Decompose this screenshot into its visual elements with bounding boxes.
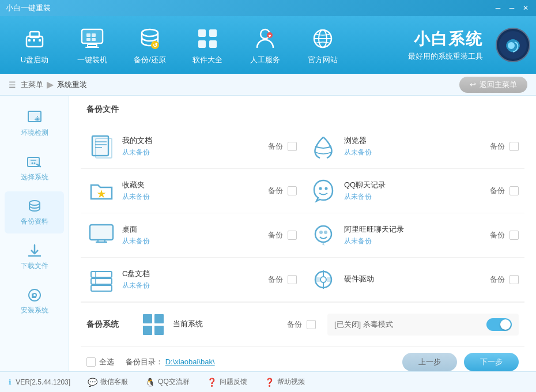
- svg-text:↺: ↺: [153, 42, 158, 48]
- system-backup-label: 备份: [287, 319, 302, 330]
- breadcrumb-current: 系统重装: [57, 80, 87, 90]
- browser-backup-label: 备份: [490, 141, 505, 152]
- system-checkbox[interactable]: [307, 320, 316, 329]
- qq-status: 从未备份: [344, 192, 484, 202]
- favorites-backup-label: 备份: [268, 186, 283, 196]
- aliww-name: 阿里旺旺聊天记录: [344, 224, 484, 235]
- browser-icon: [308, 131, 338, 161]
- sidebar-item-backup[interactable]: 备份资料: [5, 191, 64, 233]
- backup-dir: 备份目录： D:\xiaobai\bak\: [126, 357, 215, 367]
- svg-rect-62: [91, 278, 112, 284]
- cdocs-checkbox[interactable]: [288, 275, 297, 284]
- sidebar-item-install[interactable]: 安装系统: [5, 280, 64, 322]
- back-button[interactable]: ↩ 返回主菜单: [459, 77, 527, 93]
- backup-item-favorites: 收藏夹 从未备份 备份: [81, 169, 303, 213]
- help-icon: ❓: [265, 378, 274, 387]
- desktop-info: 桌面 从未备份: [122, 224, 262, 246]
- select-all-checkbox[interactable]: [86, 357, 96, 367]
- desktop-backup-label: 备份: [268, 230, 283, 240]
- nav-service[interactable]: ♥ 人工服务: [236, 19, 294, 71]
- svg-rect-75: [154, 326, 164, 335]
- select-all-label: 全选: [99, 357, 114, 367]
- sidebar-item-env[interactable]: 环境检测: [5, 103, 64, 145]
- driver-right: 备份: [490, 274, 519, 285]
- docs-icon: [86, 131, 116, 161]
- driver-name: 硬件驱动: [344, 274, 484, 284]
- svg-rect-54: [91, 226, 112, 239]
- favorites-status: 从未备份: [122, 192, 262, 202]
- svg-rect-8: [85, 47, 99, 48]
- install-icon: [27, 287, 43, 303]
- minimize-btn[interactable]: ─: [493, 3, 503, 13]
- nav-backup[interactable]: ↺ 备份/还原: [121, 19, 179, 71]
- backup-item-cdocs: C盘文档 从未备份 备份: [81, 258, 303, 302]
- qq-info: QQ聊天记录 从未备份: [344, 180, 484, 202]
- sidebar-item-choose[interactable]: 选择系统: [5, 147, 64, 189]
- footer-row: 全选 备份目录： D:\xiaobai\bak\ 上一步 下一步: [81, 347, 524, 371]
- favorites-checkbox[interactable]: [288, 186, 297, 195]
- sidebar-item-download[interactable]: 下载文件: [5, 236, 64, 278]
- close-btn[interactable]: ✕: [521, 3, 530, 13]
- app-title: 小白一键重装: [6, 3, 51, 13]
- next-button[interactable]: 下一步: [464, 353, 519, 371]
- browser-name: 浏览器: [344, 135, 484, 146]
- system-backup-title: 备份系统: [86, 319, 133, 330]
- nav-service-label: 人工服务: [250, 55, 280, 65]
- aliww-checkbox[interactable]: [509, 231, 519, 240]
- svg-point-59: [319, 231, 323, 234]
- backup-item-aliww: 阿里旺旺聊天记录 从未备份 备份: [303, 213, 524, 258]
- wechat-icon: 💬: [88, 378, 97, 387]
- sidebar-env-label: 环境检测: [21, 128, 48, 138]
- backup-item-qq: QQ聊天记录 从未备份 备份: [303, 169, 524, 213]
- svg-point-58: [315, 226, 331, 242]
- nav-website[interactable]: 官方网站: [294, 19, 352, 71]
- nav-software[interactable]: 软件大全: [179, 19, 236, 71]
- help-label: 帮助视频: [277, 377, 305, 387]
- aliww-backup-label: 备份: [490, 230, 505, 240]
- driver-checkbox[interactable]: [509, 275, 519, 284]
- nav-website-label: 官方网站: [308, 55, 338, 65]
- feedback[interactable]: ❓ 问题反馈: [207, 377, 247, 387]
- windows-icon: [138, 310, 168, 340]
- qq-checkbox[interactable]: [509, 186, 519, 195]
- qq-icon: [308, 176, 338, 206]
- svg-rect-9: [86, 33, 90, 37]
- cdocs-backup-label: 备份: [268, 274, 283, 285]
- wechat-service[interactable]: 💬 微信客服: [88, 377, 128, 387]
- backup-dir-link[interactable]: D:\xiaobai\bak\: [165, 357, 215, 366]
- svg-text:♥: ♥: [269, 33, 271, 39]
- desktop-checkbox[interactable]: [288, 231, 297, 240]
- cdocs-name: C盘文档: [122, 269, 262, 279]
- mydocs-checkbox[interactable]: [288, 142, 297, 151]
- env-icon: [27, 110, 43, 126]
- antivirus-section: [已关闭] 杀毒模式: [327, 314, 519, 336]
- svg-point-51: [319, 187, 322, 190]
- svg-point-42: [29, 289, 40, 301]
- nav-onekey[interactable]: 一键装机: [63, 19, 121, 71]
- folder-star-icon: [86, 176, 116, 206]
- qq-right: 备份: [490, 186, 519, 196]
- help-video[interactable]: ❓ 帮助视频: [265, 377, 305, 387]
- driver-backup-label: 备份: [490, 274, 505, 285]
- favorites-name: 收藏夹: [122, 180, 262, 190]
- aliww-right: 备份: [490, 230, 519, 240]
- svg-rect-10: [92, 33, 96, 37]
- aliww-info: 阿里旺旺聊天记录 从未备份: [344, 224, 484, 246]
- nav-usb[interactable]: U盘启动: [6, 19, 63, 71]
- nav-onekey-label: 一键装机: [77, 55, 107, 65]
- browser-checkbox[interactable]: [509, 142, 519, 151]
- select-all[interactable]: 全选: [86, 357, 114, 367]
- antivirus-toggle[interactable]: [486, 318, 512, 331]
- grid-icon: [194, 25, 221, 52]
- main-content: 环境检测 选择系统: [0, 96, 536, 371]
- browser-right: 备份: [490, 141, 519, 152]
- maximize-btn[interactable]: ─: [507, 3, 516, 13]
- qq-name: QQ聊天记录: [344, 180, 484, 190]
- prev-button[interactable]: 上一步: [402, 353, 457, 371]
- version-text: VER[2.5.44.1203]: [16, 378, 70, 386]
- qq-group[interactable]: 🐧 QQ交流群: [145, 377, 190, 387]
- svg-rect-2: [28, 39, 31, 42]
- favorites-right: 备份: [268, 186, 297, 196]
- system-info: 当前系统: [173, 319, 281, 331]
- system-backup-right: 备份: [287, 319, 316, 330]
